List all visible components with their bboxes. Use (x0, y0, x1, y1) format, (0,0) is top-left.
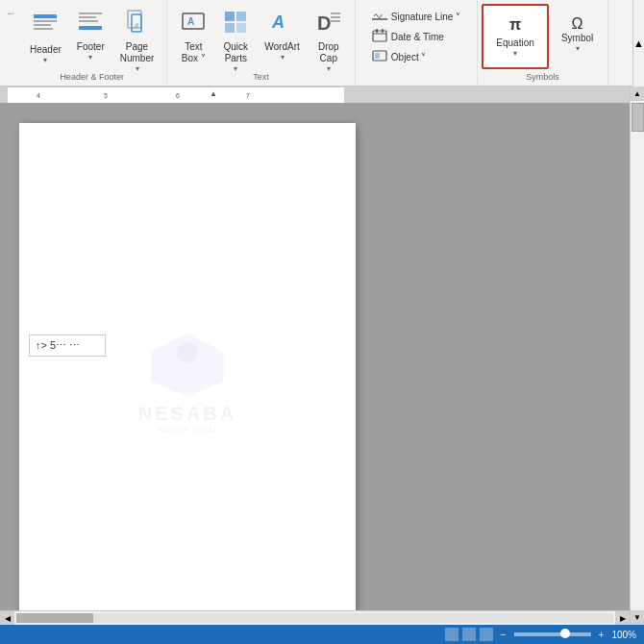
symbols-group: π Equation ▾ Ω Symbol ▾ Symbols (478, 0, 608, 86)
text-group-buttons: A Text Box ˅ Quick Parts ▾ (173, 4, 349, 70)
horizontal-scrollbar[interactable]: ◀ ▶ (0, 610, 630, 625)
object-icon (372, 49, 387, 65)
symbols-buttons: π Equation ▾ Ω Symbol ▾ (482, 4, 604, 70)
document-text-block: ↑> 5⋯ ⋯ (29, 334, 106, 357)
ruler-mark-6: 6 (176, 92, 180, 99)
h-scroll-track[interactable] (16, 613, 613, 623)
footer-label: Footer (77, 41, 105, 53)
zoom-percent[interactable]: 100% (611, 630, 636, 640)
status-bar: − + 100% (0, 625, 644, 644)
page-number-label: Page (126, 41, 148, 53)
svg-rect-15 (225, 23, 235, 33)
ruler: 4 5 6 7 ▲ (0, 87, 644, 104)
view-icons (445, 628, 493, 641)
header-footer-group: Header ▾ Footer ▾ (17, 0, 167, 86)
h-scroll-thumb[interactable] (16, 613, 93, 623)
svg-text:#: # (135, 21, 139, 30)
ruler-white: 4 5 6 7 ▲ (8, 87, 344, 103)
header-icon (32, 12, 59, 42)
date-time-button[interactable]: Date & Time (365, 27, 467, 46)
svg-rect-26 (382, 29, 384, 33)
vertical-scrollbar[interactable]: ▲ ▼ (630, 87, 644, 625)
scroll-up-arrow[interactable]: ▲ (631, 87, 645, 101)
document-area: ↑> 5⋯ ⋯ NESABA MEDIA.COM (0, 104, 630, 625)
page-number-icon: # (124, 9, 151, 39)
footer-button[interactable]: Footer ▾ (70, 4, 111, 69)
right-text-group: Signature Line ˅ Date & Time (356, 0, 478, 86)
svg-rect-21 (331, 20, 340, 22)
doc-text-content: ↑> 5⋯ ⋯ (36, 339, 80, 351)
quick-parts-label: Quick (224, 41, 249, 53)
equation-button[interactable]: π Equation ▾ (482, 4, 549, 69)
omega-icon: Ω (572, 15, 583, 32)
text-group-label: Text (253, 70, 269, 82)
signature-line-label: Signature Line ˅ (391, 12, 460, 22)
zoom-thumb[interactable] (560, 629, 570, 638)
ruler-right-gray (344, 87, 644, 104)
zoom-plus-button[interactable]: + (599, 630, 605, 640)
watermark-logo (149, 332, 226, 399)
svg-text:A: A (271, 12, 285, 32)
ribbon-collapse-button[interactable]: ▲ (632, 0, 644, 87)
watermark: NESABA MEDIA.COM (138, 332, 236, 434)
web-layout-icon[interactable] (462, 628, 476, 641)
text-box-label: Text (185, 41, 202, 53)
symbol-button[interactable]: Ω Symbol ▾ (551, 4, 604, 69)
watermark-subtext: MEDIA.COM (138, 425, 236, 434)
symbol-arrow: ▾ (576, 44, 580, 54)
ruler-left-gray (0, 87, 8, 104)
ruler-marks: 4 5 6 7 ▲ (8, 87, 344, 103)
read-mode-icon[interactable] (480, 628, 493, 641)
date-time-icon (372, 29, 387, 45)
scroll-left-arrow[interactable]: ◀ (0, 611, 14, 626)
svg-rect-4 (79, 12, 102, 14)
text-box-label2: Box ˅ (182, 53, 206, 64)
scroll-right-arrow[interactable]: ▶ (615, 611, 630, 626)
svg-rect-7 (79, 26, 102, 30)
quick-parts-button[interactable]: Quick Parts ▾ (215, 4, 256, 69)
header-button[interactable]: Header ▾ (23, 4, 68, 69)
wordart-arrow: ▾ (281, 53, 285, 62)
svg-text:A: A (187, 16, 194, 27)
svg-marker-30 (178, 341, 197, 364)
collapse-icon: ▲ (633, 37, 644, 49)
header-footer-buttons: Header ▾ Footer ▾ (23, 4, 161, 70)
watermark-text: NESABA (138, 403, 236, 425)
svg-rect-16 (236, 23, 246, 33)
equation-pi-icon: π (509, 15, 521, 34)
svg-rect-20 (331, 16, 340, 18)
signature-line-icon (372, 9, 387, 25)
right-text-small-buttons: Signature Line ˅ Date & Time (361, 4, 471, 69)
status-right: − + 100% (445, 628, 636, 641)
svg-rect-28 (375, 53, 380, 59)
quick-parts-label2: Parts (225, 53, 247, 64)
zoom-minus-button[interactable]: − (501, 630, 507, 640)
scroll-down-arrow[interactable]: ▼ (631, 610, 645, 625)
zoom-slider[interactable] (514, 632, 591, 636)
quick-parts-arrow: ▾ (234, 64, 237, 74)
symbols-group-label: Symbols (526, 70, 559, 82)
svg-rect-3 (34, 28, 53, 30)
ruler-triangle: ▲ (210, 89, 217, 98)
scroll-thumb[interactable] (632, 103, 644, 132)
document-page: ↑> 5⋯ ⋯ NESABA MEDIA.COM (19, 123, 356, 625)
print-layout-icon[interactable] (445, 628, 458, 641)
svg-rect-5 (79, 16, 96, 18)
header-label: Header (30, 44, 62, 56)
equation-arrow: ▾ (513, 49, 517, 59)
drop-cap-button[interactable]: D Drop Cap ▾ (309, 4, 349, 69)
footer-icon (77, 9, 104, 39)
svg-marker-29 (151, 334, 224, 397)
object-button[interactable]: Object ˅ (365, 47, 467, 66)
equation-label: Equation (496, 37, 533, 49)
date-time-label: Date & Time (391, 32, 444, 42)
text-box-icon: A (180, 9, 207, 39)
header-footer-group-label: Header & Footer (60, 70, 124, 82)
svg-rect-14 (236, 12, 246, 21)
text-box-button[interactable]: A Text Box ˅ (173, 4, 213, 69)
svg-rect-13 (225, 12, 235, 21)
page-number-button[interactable]: # Page Number ▾ (113, 4, 161, 69)
signature-line-button[interactable]: Signature Line ˅ (365, 7, 467, 26)
wordart-button[interactable]: A WordArt ▾ (258, 4, 307, 69)
svg-rect-19 (331, 12, 340, 14)
